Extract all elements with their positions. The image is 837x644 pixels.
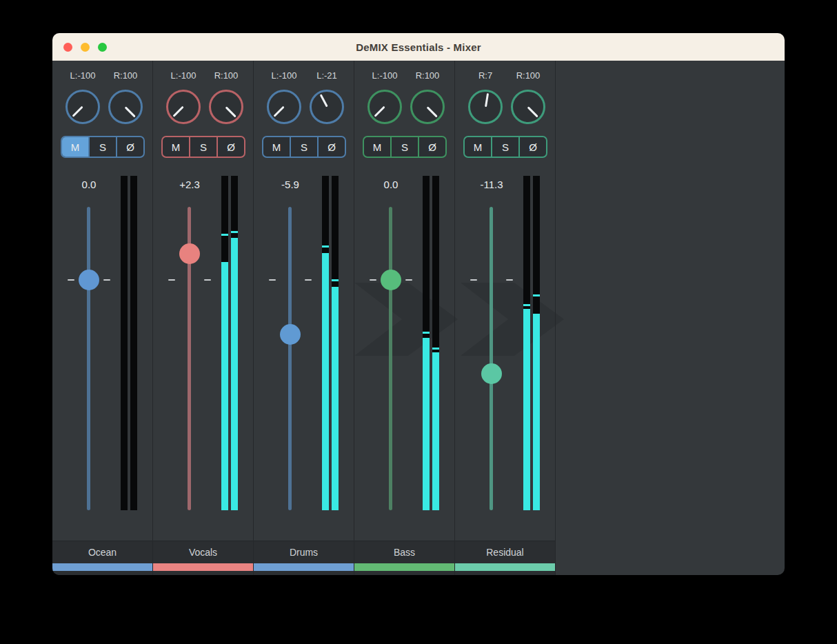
- level-meter: [221, 176, 238, 510]
- pan-right-knob[interactable]: [511, 90, 545, 124]
- phase-invert-button[interactable]: Ø: [418, 137, 445, 157]
- mute-button[interactable]: M: [263, 137, 290, 157]
- fader-track[interactable]: [490, 207, 493, 510]
- channel-footer: Ocean: [52, 541, 152, 575]
- channel-strip: L:-100 L:-21 M S Ø -5.9: [254, 61, 354, 575]
- channel-strip: L:-100 R:100 M S Ø +2.3: [153, 61, 254, 575]
- knob-pointer-line: [274, 106, 285, 117]
- fader-value: 0.0: [61, 179, 117, 190]
- fader-handle[interactable]: [179, 243, 200, 264]
- knob-pointer-line: [173, 106, 184, 117]
- solo-button[interactable]: S: [491, 137, 518, 157]
- solo-button[interactable]: S: [189, 137, 216, 157]
- channel-name: Drums: [254, 541, 354, 563]
- app-window: DeMIX Essentials - Mixer L:-100 R:100 M …: [52, 33, 785, 575]
- pan-right-label: R:100: [406, 70, 449, 81]
- solo-button[interactable]: S: [88, 137, 116, 157]
- knob-pointer: [468, 90, 503, 124]
- meter-peak: [432, 348, 439, 350]
- pan-right-knob[interactable]: [410, 90, 445, 124]
- meter-fill: [221, 262, 228, 510]
- fader-handle[interactable]: [381, 270, 401, 290]
- channel-footer: Vocals: [153, 541, 253, 575]
- meter-bar-left: [322, 176, 329, 510]
- pan-left-knob[interactable]: [468, 90, 503, 124]
- fader-handle[interactable]: [79, 270, 99, 290]
- close-button[interactable]: [63, 43, 72, 52]
- meter-fill: [231, 238, 238, 510]
- mute-button[interactable]: M: [62, 137, 88, 157]
- minimize-button[interactable]: [81, 43, 90, 52]
- phase-invert-button[interactable]: Ø: [518, 137, 546, 157]
- channel-button-group: M S Ø: [363, 136, 447, 158]
- knob-pointer-line: [374, 106, 385, 117]
- channel-button-group: M S Ø: [61, 136, 145, 158]
- meter-bar-left: [221, 176, 228, 510]
- fader-zero-tick: [103, 279, 110, 281]
- solo-button[interactable]: S: [290, 137, 317, 157]
- fader-value: +2.3: [162, 179, 217, 190]
- fader-track[interactable]: [389, 207, 392, 510]
- meter-fill: [423, 338, 430, 510]
- titlebar[interactable]: DeMIX Essentials - Mixer: [52, 33, 785, 61]
- pan-left-knob[interactable]: [65, 90, 100, 124]
- level-meter: [121, 176, 137, 510]
- pan-left-knob[interactable]: [166, 90, 201, 124]
- channel-footer: Residual: [455, 541, 555, 575]
- meter-bar-left: [121, 176, 128, 510]
- channel-strips: L:-100 R:100 M S Ø 0.0: [52, 61, 785, 575]
- pan-left-label: R:7: [464, 70, 507, 81]
- channel-button-group: M S Ø: [463, 136, 547, 158]
- level-meter: [523, 176, 540, 510]
- pan-right-knob[interactable]: [209, 90, 243, 124]
- channel-name: Ocean: [52, 541, 152, 563]
- fader-track[interactable]: [87, 207, 90, 510]
- solo-button[interactable]: S: [390, 137, 418, 157]
- fader-handle[interactable]: [280, 324, 301, 345]
- pan-left-label: L:-100: [61, 70, 104, 81]
- pan-right-knob[interactable]: [310, 90, 344, 124]
- channel-color-bar: [455, 563, 555, 571]
- phase-invert-button[interactable]: Ø: [116, 137, 143, 157]
- knob-pointer: [363, 85, 406, 128]
- channel-strip: L:-100 R:100 M S Ø 0.0: [354, 61, 455, 575]
- channel-name: Bass: [354, 541, 454, 563]
- knob-pointer: [61, 85, 104, 128]
- knob-pointer: [104, 85, 147, 128]
- knob-pointer-line: [427, 106, 438, 117]
- channel-button-group: M S Ø: [262, 136, 346, 158]
- knob-pointer-line: [527, 106, 538, 117]
- knob-pointer-line: [485, 93, 489, 107]
- meter-peak: [322, 245, 329, 248]
- mute-button[interactable]: M: [163, 137, 189, 157]
- fader-zero-tick: [305, 279, 312, 281]
- pan-left-knob[interactable]: [267, 90, 301, 124]
- channel-name: Vocals: [153, 541, 253, 563]
- phase-invert-button[interactable]: Ø: [216, 137, 244, 157]
- meter-fill: [332, 287, 339, 510]
- meter-fill: [533, 314, 540, 510]
- window-title: DeMIX Essentials - Mixer: [356, 41, 481, 53]
- knob-pointer-line: [72, 106, 83, 117]
- channel-footer: Drums: [254, 541, 354, 575]
- mute-button[interactable]: M: [364, 137, 390, 157]
- knob-pointer: [507, 85, 549, 128]
- pan-right-label: L:-21: [305, 70, 348, 81]
- pan-right-knob[interactable]: [108, 90, 143, 124]
- knob-pointer-line: [319, 94, 327, 108]
- knob-pointer: [406, 85, 449, 128]
- pan-left-knob[interactable]: [367, 90, 402, 124]
- meter-fill: [322, 253, 329, 510]
- fader-track[interactable]: [288, 207, 292, 510]
- channel-color-bar: [52, 563, 152, 571]
- channel-button-group: M S Ø: [161, 136, 245, 158]
- phase-invert-button[interactable]: Ø: [317, 137, 345, 157]
- channel-name: Residual: [455, 541, 555, 563]
- meter-fill: [523, 309, 530, 510]
- zoom-button[interactable]: [98, 43, 107, 52]
- level-meter: [322, 176, 339, 510]
- pan-right-label: R:100: [104, 70, 147, 81]
- mute-button[interactable]: M: [465, 137, 491, 157]
- meter-bar-right: [231, 176, 238, 510]
- fader-handle[interactable]: [481, 363, 502, 384]
